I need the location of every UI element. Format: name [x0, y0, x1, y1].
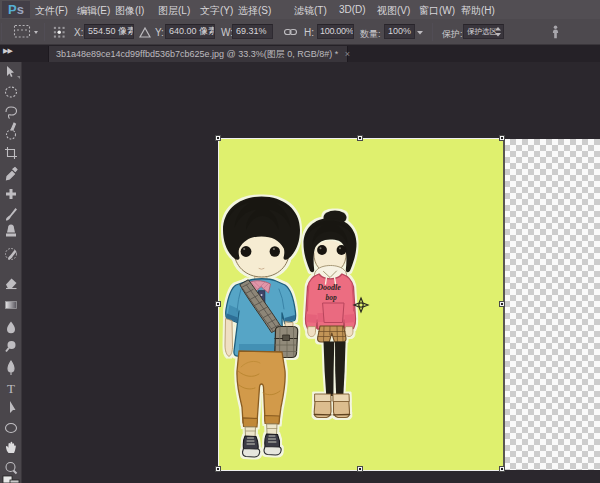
svg-text:T: T: [7, 381, 15, 396]
svg-text:Doodle: Doodle: [316, 283, 341, 292]
svg-text:bop: bop: [325, 293, 337, 302]
